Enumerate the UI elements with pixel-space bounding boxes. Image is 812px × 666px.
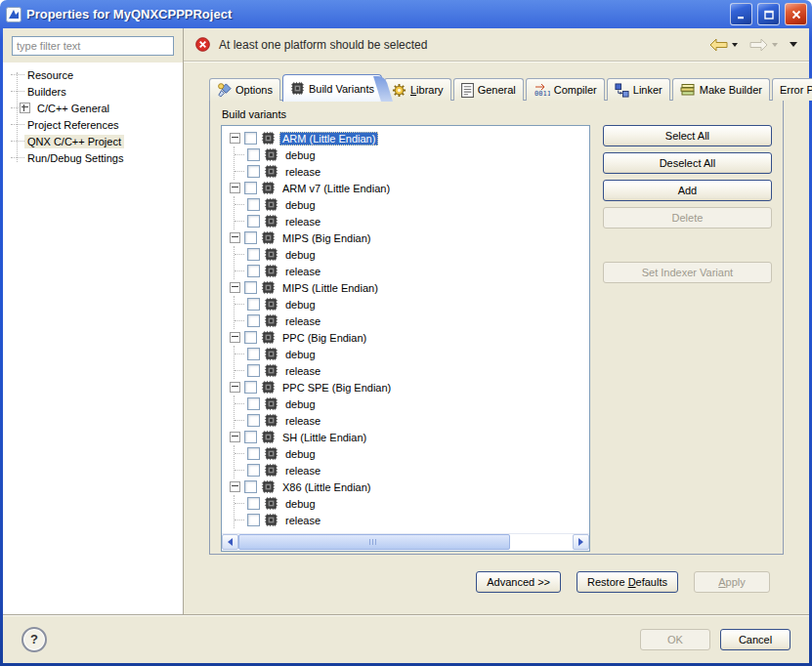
sidebar-item-project-references[interactable]: Project References	[11, 116, 183, 133]
sidebar-item-label[interactable]: C/C++ General	[34, 102, 112, 115]
variant-row-mips-little-endian-debug[interactable]: debug	[235, 296, 589, 312]
view-menu-icon[interactable]	[790, 42, 797, 47]
sidebar-item-qnx-c-c-project[interactable]: QNX C/C++ Project	[11, 133, 183, 149]
sidebar-item-label[interactable]: Run/Debug Settings	[24, 151, 126, 165]
variant-label[interactable]: MIPS (Little Endian)	[279, 281, 381, 295]
variant-row-arm-little-endian-release[interactable]: release	[235, 163, 589, 180]
variant-checkbox[interactable]	[244, 182, 257, 194]
variant-checkbox[interactable]	[247, 215, 260, 228]
variant-checkbox[interactable]	[247, 497, 260, 510]
scrollbar-thumb[interactable]	[238, 534, 510, 550]
variant-checkbox[interactable]	[247, 248, 260, 261]
variant-label[interactable]: X86 (Little Endian)	[279, 480, 374, 494]
forward-menu-icon[interactable]	[772, 43, 778, 47]
variant-checkbox[interactable]	[247, 397, 260, 410]
ok-button[interactable]: OK	[640, 629, 710, 650]
tab-error-parsers[interactable]: Error Parsers	[772, 78, 812, 101]
collapse-icon[interactable]	[230, 382, 240, 393]
variant-label[interactable]: debug	[282, 348, 319, 361]
variant-row-mips-big-endian-release[interactable]: release	[235, 263, 589, 279]
variant-checkbox[interactable]	[244, 281, 257, 294]
scrollbar-track[interactable]	[510, 534, 573, 551]
set-indexer-variant-button[interactable]: Set Indexer Variant	[603, 262, 772, 283]
variant-label[interactable]: debug	[282, 148, 319, 162]
back-menu-icon[interactable]	[732, 43, 738, 47]
variant-row-arm-v7-little-endian[interactable]: ARM v7 (Little Endian)	[222, 180, 589, 196]
sidebar-item-builders[interactable]: Builders	[11, 83, 183, 100]
minimize-button[interactable]	[730, 3, 752, 25]
sidebar-item-resource[interactable]: Resource	[11, 66, 183, 83]
advanced-button[interactable]: Advanced >>	[476, 571, 561, 593]
variant-row-ppc-big-endian-debug[interactable]: debug	[235, 346, 589, 362]
tab-make-builder[interactable]: Make Builder	[672, 78, 770, 101]
variant-row-mips-little-endian[interactable]: MIPS (Little Endian)	[222, 279, 589, 296]
sidebar-item-label[interactable]: Resource	[24, 68, 76, 82]
back-icon[interactable]	[709, 38, 728, 52]
variant-label[interactable]: debug	[282, 298, 319, 312]
variant-checkbox[interactable]	[247, 265, 260, 277]
delete-button[interactable]: Delete	[603, 207, 772, 229]
sidebar-item-label[interactable]: QNX C/C++ Project	[24, 135, 124, 148]
collapse-icon[interactable]	[230, 282, 240, 293]
help-icon[interactable]: ?	[21, 627, 47, 652]
restore-defaults-button[interactable]: Restore Defaults	[577, 571, 678, 593]
variant-label[interactable]: release	[282, 314, 323, 328]
apply-button[interactable]: Apply	[694, 571, 770, 593]
close-button[interactable]	[785, 3, 807, 25]
cancel-button[interactable]: Cancel	[720, 629, 791, 650]
variant-label[interactable]: debug	[282, 497, 319, 511]
variant-row-arm-little-endian-debug[interactable]: debug	[235, 146, 589, 163]
variant-row-mips-big-endian[interactable]: MIPS (Big Endian)	[222, 229, 589, 246]
tab-general[interactable]: General	[453, 78, 524, 101]
collapse-icon[interactable]	[230, 133, 240, 144]
variant-row-ppc-big-endian-release[interactable]: release	[235, 362, 589, 379]
variant-label[interactable]: release	[282, 215, 323, 229]
variant-label[interactable]: release	[282, 265, 323, 278]
variant-checkbox[interactable]	[247, 165, 260, 178]
variant-checkbox[interactable]	[244, 381, 257, 394]
variant-row-arm-little-endian[interactable]: ARM (Little Endian)	[222, 130, 589, 146]
variant-label[interactable]: release	[282, 414, 323, 428]
maximize-button[interactable]	[757, 3, 780, 25]
variant-row-mips-little-endian-release[interactable]: release	[235, 312, 589, 329]
deselect-all-button[interactable]: Deselect All	[603, 152, 772, 174]
collapse-icon[interactable]	[230, 183, 240, 193]
variant-label[interactable]: debug	[282, 447, 319, 461]
variant-row-sh-little-endian-debug[interactable]: debug	[235, 445, 589, 462]
variant-row-ppc-big-endian[interactable]: PPC (Big Endian)	[222, 329, 589, 346]
variant-checkbox[interactable]	[247, 364, 260, 377]
tab-compiler[interactable]: 0011Compiler	[526, 78, 605, 101]
variant-row-ppc-spe-big-endian-debug[interactable]: debug	[235, 395, 589, 412]
forward-icon[interactable]	[749, 38, 768, 52]
variant-checkbox[interactable]	[247, 198, 260, 211]
scroll-right-icon[interactable]	[573, 534, 589, 550]
variant-checkbox[interactable]	[247, 314, 260, 327]
variant-checkbox[interactable]	[247, 298, 260, 311]
sidebar-item-c-c-general[interactable]: C/C++ General	[11, 100, 183, 116]
variant-row-x86-little-endian-release[interactable]: release	[235, 512, 589, 528]
variant-label[interactable]: debug	[282, 397, 319, 411]
collapse-icon[interactable]	[230, 481, 240, 492]
variant-label[interactable]: debug	[282, 248, 319, 262]
sidebar-item-label[interactable]: Builders	[24, 85, 69, 99]
variant-label[interactable]: PPC (Big Endian)	[279, 331, 369, 345]
variant-checkbox[interactable]	[247, 464, 260, 477]
variant-row-arm-v7-little-endian-release[interactable]: release	[235, 213, 589, 229]
variant-row-sh-little-endian-release[interactable]: release	[235, 462, 589, 479]
variant-checkbox[interactable]	[247, 514, 260, 526]
filter-input[interactable]	[12, 36, 174, 56]
variant-row-x86-little-endian[interactable]: X86 (Little Endian)	[222, 479, 589, 495]
tab-build-variants[interactable]: Build Variants	[282, 74, 382, 102]
variant-label[interactable]: release	[282, 364, 323, 378]
variant-row-x86-little-endian-debug[interactable]: debug	[235, 495, 589, 512]
variant-checkbox[interactable]	[247, 348, 260, 360]
variant-checkbox[interactable]	[244, 231, 257, 244]
variant-row-arm-v7-little-endian-debug[interactable]: debug	[235, 196, 589, 213]
add-button[interactable]: Add	[603, 180, 772, 201]
variant-label[interactable]: ARM (Little Endian)	[279, 132, 378, 146]
variant-checkbox[interactable]	[247, 148, 260, 161]
sidebar-item-label[interactable]: Project References	[24, 118, 122, 132]
variant-checkbox[interactable]	[247, 447, 260, 460]
variant-label[interactable]: release	[282, 514, 323, 527]
variant-label[interactable]: release	[282, 464, 323, 478]
